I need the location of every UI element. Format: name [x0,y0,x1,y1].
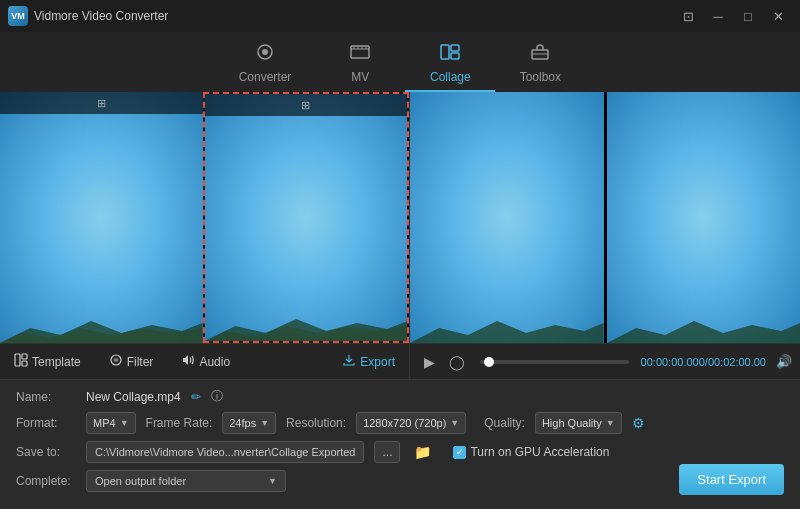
close-button[interactable]: ✕ [764,6,792,26]
framerate-value: 24fps [229,417,256,429]
saveto-dots-btn[interactable]: ... [374,441,400,463]
complete-value: Open output folder [95,475,186,487]
title-bar: VM Vidmore Video Converter ⊡ ─ □ ✕ [0,0,800,32]
name-value: New Collage.mp4 [86,390,181,404]
converter-icon [254,43,276,66]
tab-toolbox-label: Toolbox [520,70,561,84]
complete-row: Complete: Open output folder ▼ [16,470,784,492]
format-arrow-icon: ▼ [120,418,129,428]
quality-arrow-icon: ▼ [606,418,615,428]
name-label: Name: [16,390,76,404]
saveto-row: Save to: C:\Vidmore\Vidmore Video...nver… [16,441,784,463]
main-content: ⊞ ⊞ [0,92,800,379]
svg-rect-10 [22,361,27,366]
tab-converter-label: Converter [239,70,292,84]
svg-rect-8 [15,354,20,366]
complete-select[interactable]: Open output folder ▼ [86,470,286,492]
export-icon [342,353,356,370]
app-title: Vidmore Video Converter [34,9,168,23]
settings-panel: Name: New Collage.mp4 ✏ ⓘ Format: MP4 ▼ … [0,379,800,509]
quality-select[interactable]: High Quality ▼ [535,412,622,434]
gpu-label: Turn on GPU Acceleration [470,445,609,459]
nav-tabs: Converter MV Collage [0,32,800,92]
preview-cell-1 [410,92,604,343]
audio-icon [181,353,195,370]
name-edit-icon[interactable]: ✏ [191,390,201,404]
tab-converter[interactable]: Converter [215,36,316,92]
title-bar-controls: ⊡ ─ □ ✕ [674,6,792,26]
complete-arrow-icon: ▼ [268,476,277,486]
svg-point-1 [262,49,268,55]
tab-mv-label: MV [351,70,369,84]
template-icon [14,353,28,370]
format-label: Format: [16,416,76,430]
gpu-checkbox: ✓ [453,446,466,459]
saveto-label: Save to: [16,445,76,459]
volume-button[interactable]: 🔊 [776,354,792,369]
svg-rect-3 [441,45,449,59]
template-btn[interactable]: Template [8,350,87,373]
complete-label: Complete: [16,474,76,488]
mountain-2 [205,311,408,341]
svg-rect-4 [451,45,459,51]
export-label: Export [360,355,395,369]
name-info-icon[interactable]: ⓘ [211,388,223,405]
editor-panel: ⊞ ⊞ [0,92,410,379]
preview-panel: ▶ ◯ 00:00:00.000/00:02:00.00 🔊 [410,92,800,379]
video-cell-1-overlay: ⊞ [0,92,203,114]
filter-label: Filter [127,355,154,369]
toolbox-icon [529,43,551,66]
video-cell-2-inner: ⊞ [205,94,408,341]
framerate-label: Frame Rate: [146,416,213,430]
gpu-checkbox-area[interactable]: ✓ Turn on GPU Acceleration [453,445,609,459]
title-bar-left: VM Vidmore Video Converter [8,6,168,26]
folder-icon[interactable]: 📁 [410,444,435,460]
resolution-value: 1280x720 (720p) [363,417,446,429]
video-cell-1[interactable]: ⊞ [0,92,203,343]
editor-toolbar: Template Filter [0,343,409,379]
app-logo: VM [8,6,28,26]
format-select[interactable]: MP4 ▼ [86,412,136,434]
video-cell-2[interactable]: ⊞ [203,92,410,343]
start-export-button[interactable]: Start Export [679,464,784,495]
stop-button[interactable]: ◯ [446,354,468,370]
svg-rect-9 [22,354,27,359]
cell-2-icon: ⊞ [301,99,310,112]
filter-icon [109,353,123,370]
maximize-button[interactable]: □ [734,6,762,26]
video-cell-2-overlay: ⊞ [205,94,408,116]
quality-settings-icon[interactable]: ⚙ [632,415,645,431]
tab-toolbox[interactable]: Toolbox [495,36,585,92]
audio-label: Audio [199,355,230,369]
collage-icon [439,43,461,66]
template-label: Template [32,355,81,369]
preview-cell-2 [604,92,801,343]
svg-rect-5 [451,53,459,59]
filter-btn[interactable]: Filter [103,350,160,373]
time-display: 00:00:00.000/00:02:00.00 [641,356,766,368]
audio-btn[interactable]: Audio [175,350,236,373]
format-row: Format: MP4 ▼ Frame Rate: 24fps ▼ Resolu… [16,412,784,434]
resolution-select[interactable]: 1280x720 (720p) ▼ [356,412,466,434]
framerate-arrow-icon: ▼ [260,418,269,428]
preview-mountain-2 [607,313,801,343]
saveto-path: C:\Vidmore\Vidmore Video...nverter\Colla… [86,441,364,463]
tab-mv[interactable]: MV [315,36,405,92]
timeline-bar[interactable] [480,360,629,364]
timeline-dot [484,357,494,367]
cell-1-icon: ⊞ [97,97,106,110]
quality-label: Quality: [484,416,525,430]
tab-collage[interactable]: Collage [405,36,495,92]
export-btn[interactable]: Export [336,350,401,373]
tab-collage-label: Collage [430,70,471,84]
editor-canvas: ⊞ ⊞ [0,92,409,343]
name-row: Name: New Collage.mp4 ✏ ⓘ [16,388,784,405]
subtitle-button[interactable]: ⊡ [674,6,702,26]
play-button[interactable]: ▶ [418,354,440,370]
preview-mountain-1 [410,313,604,343]
mv-icon [349,43,371,66]
framerate-select[interactable]: 24fps ▼ [222,412,276,434]
resolution-arrow-icon: ▼ [450,418,459,428]
minimize-button[interactable]: ─ [704,6,732,26]
video-cell-1-inner: ⊞ [0,92,203,343]
